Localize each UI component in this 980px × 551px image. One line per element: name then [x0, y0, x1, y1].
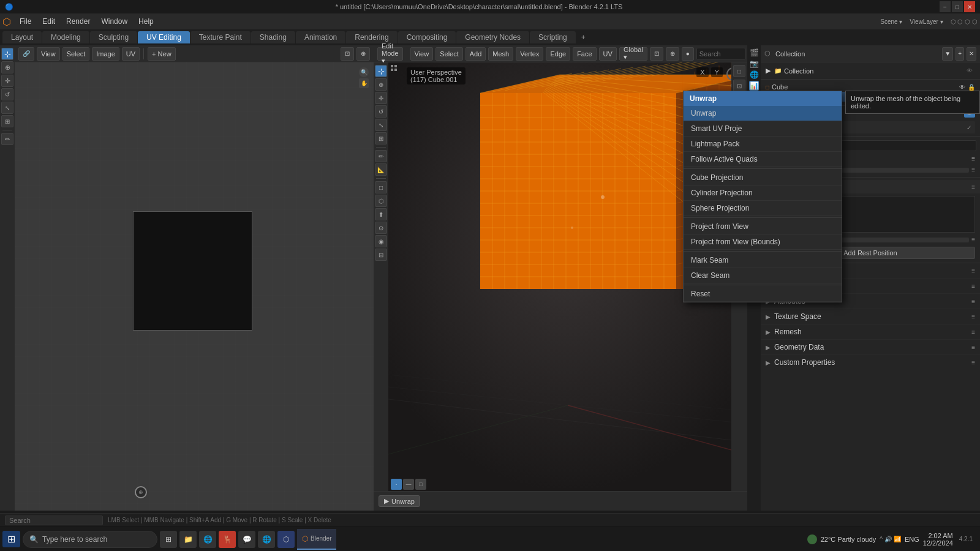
tab-geometry-nodes[interactable]: Geometry Nodes	[456, 31, 529, 43]
vt-annotate[interactable]: ✏	[375, 150, 387, 162]
uvm-options[interactable]: ≡	[971, 268, 975, 274]
dropdown-item-smart-uv[interactable]: Smart UV Proje	[684, 121, 842, 137]
zoom-icon[interactable]: 🔍	[359, 67, 369, 77]
viewport-select-btn[interactable]: Select	[435, 47, 463, 61]
ca-options[interactable]: ≡	[971, 283, 975, 290]
vt-extrude[interactable]: ⬆	[375, 208, 387, 220]
vt-add[interactable]: □	[375, 181, 387, 193]
sk-options[interactable]: ≡	[971, 184, 975, 190]
tab-compositing[interactable]: Compositing	[398, 31, 456, 43]
taskbar-explorer[interactable]: 📁	[179, 531, 197, 548]
image-menu-btn[interactable]: Image	[92, 47, 119, 61]
pan-icon[interactable]: ✋	[359, 78, 369, 88]
uv-gizmo-btn[interactable]: ⊕	[356, 47, 370, 61]
prop-render-icon[interactable]: 📷	[749, 59, 759, 69]
panel-filter-btn[interactable]: ▼	[942, 47, 953, 61]
vertex-select[interactable]: ·	[391, 479, 402, 490]
edge-select[interactable]: —	[403, 479, 414, 490]
tool-scale[interactable]: ⤡	[1, 102, 13, 114]
taskbar-app2[interactable]: 💬	[238, 531, 255, 548]
vt-poly[interactable]: ⬡	[375, 195, 387, 207]
blender-taskbar-item[interactable]: ⬡ Blender	[297, 529, 336, 550]
taskbar-apps[interactable]: ⊞	[160, 531, 177, 548]
taskbar-chrome[interactable]: 🌐	[258, 531, 275, 548]
taskbar-browser[interactable]: 🌐	[199, 531, 216, 548]
eye-icon[interactable]: 👁	[967, 67, 973, 74]
tool-cursor[interactable]: ⊕	[1, 61, 13, 73]
viewport-uv-btn[interactable]: UV	[599, 47, 617, 61]
vt-inset[interactable]: ⊙	[375, 222, 387, 234]
menu-edit[interactable]: Edit	[37, 16, 60, 27]
ts-header[interactable]: ▶ Texture Space ≡	[761, 309, 980, 324]
dropdown-item-reset[interactable]: Reset	[684, 287, 842, 302]
dropdown-item-mark-seam[interactable]: Mark Seam	[684, 253, 842, 268]
search-input[interactable]	[696, 48, 745, 60]
tab-texture-paint[interactable]: Texture Paint	[190, 31, 251, 43]
menu-help[interactable]: Help	[134, 16, 159, 27]
scene-collection-item[interactable]: ▶ 📁 Collection 👁	[761, 65, 980, 77]
prop-scene-icon[interactable]: 🎬	[749, 48, 759, 58]
dropdown-item-sphere-proj[interactable]: Sphere Projection	[684, 201, 842, 216]
obj-check[interactable]: ✓	[967, 124, 971, 131]
panel-close-btn[interactable]: ✕	[967, 47, 976, 61]
viewport-overlay-btn[interactable]: ⊡	[650, 47, 663, 61]
vr-front[interactable]: □	[733, 65, 745, 77]
y-btn[interactable]: Y	[711, 67, 723, 77]
attr-options[interactable]: ≡	[971, 298, 975, 305]
vt-bevel[interactable]: ◉	[375, 235, 387, 247]
menu-render[interactable]: Render	[61, 16, 95, 27]
taskbar-blender[interactable]: ⬡	[277, 531, 295, 548]
taskbar-search[interactable]: 🔍 Type here to search	[23, 531, 157, 548]
prop-data-icon[interactable]: 📊	[749, 81, 759, 91]
new-image-btn[interactable]: + New	[148, 47, 176, 61]
tab-layout[interactable]: Layout	[2, 31, 42, 43]
face-select[interactable]: □	[415, 479, 426, 490]
minimize-button[interactable]: −	[940, 1, 951, 12]
uv-menu-btn[interactable]: UV	[122, 47, 140, 61]
dropdown-item-lightmap[interactable]: Lightmap Pack	[684, 137, 842, 152]
viewport-shading-btn[interactable]: ●	[682, 47, 694, 61]
vt-rotate[interactable]: ↺	[375, 105, 387, 118]
dropdown-item-unwrap[interactable]: Unwrap	[684, 106, 842, 121]
tool-rotate[interactable]: ↺	[1, 88, 13, 100]
taskbar-app1[interactable]: 🦌	[219, 531, 236, 548]
tab-shading[interactable]: Shading	[251, 31, 295, 43]
tab-scripting[interactable]: Scripting	[530, 31, 576, 43]
cp-options[interactable]: ≡	[971, 359, 975, 366]
edit-mode-selector[interactable]: Edit Mode ▾	[377, 47, 403, 61]
ts-options[interactable]: ≡	[971, 313, 975, 320]
gd-header[interactable]: ▶ Geometry Data ≡	[761, 340, 980, 354]
dropdown-item-proj-view-bounds[interactable]: Project from View (Bounds)	[684, 234, 842, 250]
tray-icon-1[interactable]: ^	[880, 536, 883, 542]
uv-overlay-btn[interactable]: ⊡	[341, 47, 354, 61]
global-mode[interactable]: Global ▾	[619, 47, 647, 61]
vt-move[interactable]: ✛	[375, 92, 387, 104]
tool-select[interactable]: ⊹	[1, 48, 13, 60]
gd-options[interactable]: ≡	[971, 344, 975, 351]
dropdown-item-cylinder-proj[interactable]: Cylinder Projection	[684, 186, 842, 201]
view-mode-btn[interactable]: View	[37, 47, 60, 61]
start-button[interactable]: ⊞	[2, 531, 20, 547]
cube-visibility[interactable]: 👁	[959, 84, 965, 91]
dropdown-item-cube-proj[interactable]: Cube Projection	[684, 170, 842, 186]
viewport-mesh-btn[interactable]: Mesh	[488, 47, 513, 61]
viewport-face-btn[interactable]: Face	[573, 47, 596, 61]
tab-modeling[interactable]: Modeling	[42, 31, 89, 43]
tab-sculpting[interactable]: Sculpting	[90, 31, 137, 43]
dropdown-item-follow-quads[interactable]: Follow Active Quads	[684, 152, 842, 167]
scene-selector[interactable]: Scene ▾	[880, 18, 902, 25]
remesh-header[interactable]: ▶ Remesh ≡	[761, 324, 980, 339]
close-button[interactable]: ✕	[964, 1, 975, 12]
tab-add-button[interactable]: +	[576, 31, 590, 43]
menu-window[interactable]: Window	[96, 16, 132, 27]
vg-add-btn[interactable]: ≡	[971, 156, 975, 162]
dropdown-item-proj-view[interactable]: Project from View	[684, 219, 842, 234]
menu-file[interactable]: File	[15, 16, 36, 27]
viewport-edge-btn[interactable]: Edge	[546, 47, 570, 61]
select-mode-btn[interactable]: Select	[62, 47, 90, 61]
uv-sync-btn[interactable]: 🔗	[18, 47, 34, 61]
panel-add-btn[interactable]: +	[956, 47, 964, 61]
tool-move[interactable]: ✛	[1, 75, 13, 87]
maximize-button[interactable]: □	[952, 1, 963, 12]
rm-options[interactable]: ≡	[971, 329, 975, 335]
